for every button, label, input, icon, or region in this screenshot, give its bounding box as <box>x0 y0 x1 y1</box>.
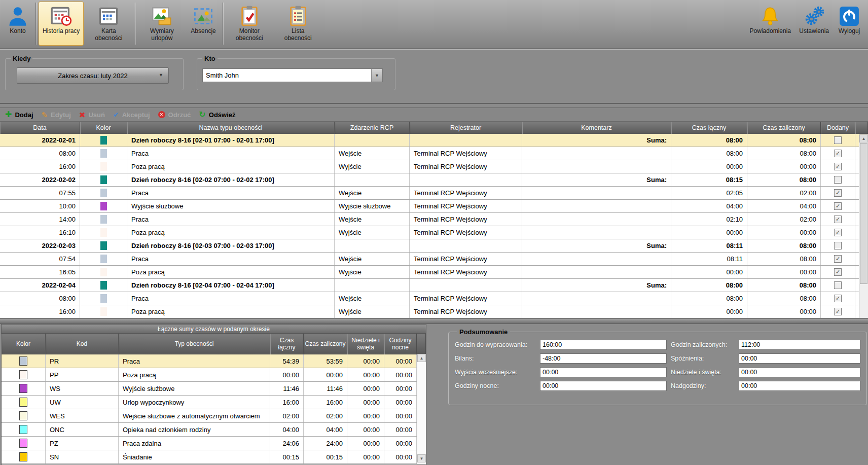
cell-counted-time: 02:00 <box>747 187 821 199</box>
added-checkbox[interactable]: ✓ <box>834 163 842 170</box>
added-checkbox[interactable]: ✓ <box>834 308 842 315</box>
godzin-zaliczonych-field[interactable] <box>739 340 860 350</box>
ribbon-item-lista-obecnosci[interactable]: Lista obecności <box>274 2 322 46</box>
totals-row[interactable]: PZPraca zdalna24:0624:0000:0000:00 <box>2 437 426 450</box>
grid-row-entry[interactable]: 14:00PracaWejścieTerminal RCP Wejściowy0… <box>0 213 868 226</box>
godzin-do-wypracowania-field[interactable] <box>540 340 667 350</box>
grid-row-entry[interactable]: 07:54PracaWejścieTerminal RCP Wejściowy0… <box>0 253 868 266</box>
added-checkbox[interactable]: ✓ <box>834 202 842 210</box>
added-checkbox[interactable] <box>834 242 842 249</box>
totals-row[interactable]: WSWyjście służbowe11:4611:4600:0000:00 <box>2 382 426 396</box>
column-header[interactable]: Czas łączny <box>270 334 304 354</box>
added-checkbox[interactable] <box>834 136 842 144</box>
grid-row-entry[interactable]: 16:00Poza pracąWyjścieTerminal RCP Wejśc… <box>0 160 868 173</box>
spoznienia-field[interactable] <box>739 353 860 364</box>
grid-row-day[interactable]: 2022-02-03Dzień roboczy 8-16 [02-03 07:0… <box>0 239 868 253</box>
totals-row[interactable]: PRPraca54:3953:5900:0000:00 <box>2 354 426 368</box>
column-header[interactable]: Czas zaliczony <box>304 334 347 354</box>
scroll-up-button[interactable]: ▲ <box>859 134 868 142</box>
employee-dropdown-button[interactable]: ▼ <box>371 69 382 82</box>
column-header[interactable]: Czas łączny <box>671 122 747 134</box>
added-checkbox[interactable]: ✓ <box>834 150 842 157</box>
column-header[interactable]: Dodany <box>821 122 855 134</box>
column-header[interactable]: Nazwa typu obecności <box>127 122 335 134</box>
akceptuj-button[interactable]: ✔Akceptuj <box>110 110 155 120</box>
ribbon-item-monitor-obecnosci[interactable]: Monitor obecności <box>226 2 273 46</box>
ribbon-item-karta-obecnosci[interactable]: Karta obecności <box>85 2 132 46</box>
grid-row-entry[interactable]: 16:05Poza pracąWyjścieTerminal RCP Wejśc… <box>0 266 868 279</box>
column-header[interactable]: Niedziele i święta <box>347 334 384 354</box>
cell-total-time: 04:00 <box>671 200 747 212</box>
added-checkbox[interactable]: ✓ <box>834 268 842 276</box>
totals-row[interactable]: UWUrlop wypoczynkowy16:0016:0000:0000:00 <box>2 396 426 409</box>
nadgodziny-field[interactable] <box>739 381 860 391</box>
ribbon-item-wymiary-urlopow[interactable]: Wymiary urlopów <box>138 2 186 46</box>
ribbon-item-powiadomienia[interactable]: Powiadomienia <box>746 2 794 46</box>
ribbon-item-historia-pracy[interactable]: Historia pracy <box>39 2 84 46</box>
added-checkbox[interactable] <box>834 281 842 289</box>
cell-type-name: Dzień roboczy 8-16 [02-04 07:00 - 02-04 … <box>127 279 335 292</box>
column-header[interactable]: Kod <box>46 334 119 354</box>
added-checkbox[interactable]: ✓ <box>834 189 842 197</box>
grid-vertical-scrollbar[interactable]: ▲ <box>859 134 868 318</box>
ribbon-item-absencje[interactable]: Absencje <box>187 2 220 46</box>
grid-row-entry[interactable]: 16:00Poza pracąWyjścieTerminal RCP Wejśc… <box>0 305 868 318</box>
added-checkbox[interactable]: ✓ <box>834 229 842 236</box>
wyjscia-wczesniejsze-field[interactable] <box>540 367 667 377</box>
edytuj-button[interactable]: ✎Edytuj <box>39 110 76 120</box>
ribbon-item-wyloguj[interactable]: Wyloguj <box>834 2 864 46</box>
grid-row-entry[interactable]: 07:55PracaWejścieTerminal RCP Wejściowy0… <box>0 187 868 200</box>
niedziele-i-swieta-field[interactable] <box>739 367 860 377</box>
odrzuc-button[interactable]: ✕Odrzuć <box>155 110 196 120</box>
grid-row-day[interactable]: 2022-02-01Dzień roboczy 8-16 [02-01 07:0… <box>0 134 868 147</box>
column-header[interactable]: Czas zaliczony <box>747 122 821 134</box>
column-header[interactable]: Zdarzenie RCP <box>335 122 410 134</box>
ribbon-item-konto[interactable]: Konto <box>3 2 33 46</box>
cell-comment <box>522 226 671 239</box>
usun-button[interactable]: ✖Usuń <box>76 110 110 120</box>
added-checkbox[interactable]: ✓ <box>834 216 842 223</box>
column-header[interactable]: Kolor <box>80 122 127 134</box>
type-color-swatch <box>100 202 107 210</box>
summary-groupbox: Podsumowanie Godzin do wypracowania:Godz… <box>448 328 867 405</box>
column-header[interactable]: Godziny nocne <box>384 334 417 354</box>
totals-row[interactable]: ONCOpieka nad członkiem rodziny04:0004:0… <box>2 423 426 437</box>
employee-input[interactable] <box>203 69 371 82</box>
column-header[interactable]: Kolor <box>2 334 46 354</box>
grid-row-day[interactable]: 2022-02-04Dzień roboczy 8-16 [02-04 07:0… <box>0 279 868 292</box>
added-checkbox[interactable]: ✓ <box>834 295 842 302</box>
column-header[interactable]: Data <box>0 122 80 134</box>
totals-vertical-scrollbar[interactable]: ▲ ▼ <box>417 354 426 464</box>
grid-row-entry[interactable]: 08:00PracaWejścieTerminal RCP Wejściowy0… <box>0 147 868 160</box>
grid-row-day[interactable]: 2022-02-02Dzień roboczy 8-16 [02-02 07:0… <box>0 173 868 187</box>
totals-row[interactable]: PPPoza pracą00:0000:0000:0000:00 <box>2 368 426 382</box>
dodaj-button[interactable]: ✚Dodaj <box>2 110 39 120</box>
cell-comment <box>522 266 671 278</box>
godziny-nocne-label: Godziny nocne: <box>455 382 536 389</box>
cell-total-time: 16:00 <box>270 396 304 409</box>
scroll-down-button[interactable]: ▼ <box>417 454 426 462</box>
grid-row-entry[interactable]: 08:00PracaWejścieTerminal RCP Wejściowy0… <box>0 292 868 305</box>
odswiez-button[interactable]: ↻Odśwież <box>196 110 240 120</box>
scroll-up-button[interactable]: ▲ <box>417 354 426 362</box>
grid-row-entry[interactable]: 10:00Wyjście służboweWyjście służboweTer… <box>0 200 868 213</box>
time-range-dropdown[interactable]: Zakres czasu: luty 2022 ▼ <box>17 67 169 84</box>
cell-sundays-holidays: 00:00 <box>347 437 384 450</box>
calendar-grid-icon <box>98 4 119 26</box>
totals-row[interactable]: WESWejście służbowe z automatycznym otwa… <box>2 409 426 423</box>
totals-row[interactable]: SNŚniadanie00:1500:1500:0000:00 <box>2 450 426 464</box>
bilans-field[interactable] <box>540 353 667 364</box>
added-checkbox[interactable] <box>834 176 842 184</box>
scrollbar-thumb[interactable] <box>860 143 867 284</box>
added-checkbox[interactable]: ✓ <box>834 255 842 263</box>
column-header[interactable]: Typ obecności <box>119 334 270 354</box>
horizontal-splitter[interactable] <box>0 318 868 324</box>
cell-comment: Suma: <box>522 134 671 147</box>
ribbon-item-ustawienia[interactable]: Ustawienia <box>795 2 833 46</box>
grid-header-row: DataKolorNazwa typu obecnościZdarzenie R… <box>0 122 868 134</box>
column-header[interactable]: Komentarz <box>522 122 671 134</box>
grid-row-entry[interactable]: 16:10Poza pracąWyjścieTerminal RCP Wejśc… <box>0 226 868 239</box>
type-color-swatch <box>100 307 107 316</box>
column-header[interactable]: Rejestrator <box>410 122 522 134</box>
godziny-nocne-field[interactable] <box>540 381 667 391</box>
